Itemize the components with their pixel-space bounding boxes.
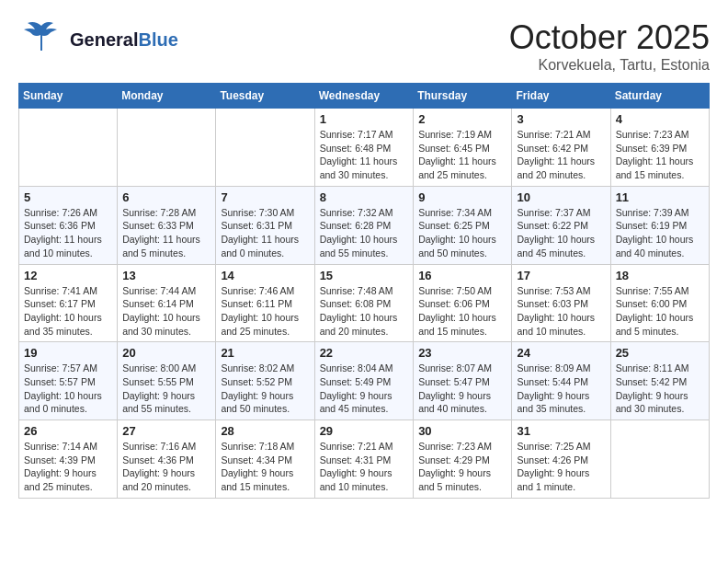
- day-number: 2: [418, 112, 506, 126]
- day-info: Sunrise: 7:26 AM Sunset: 6:36 PM Dayligh…: [24, 206, 112, 260]
- calendar-cell: 31Sunrise: 7:25 AM Sunset: 4:26 PM Dayli…: [512, 420, 610, 499]
- day-number: 24: [517, 346, 605, 360]
- day-info: Sunrise: 7:44 AM Sunset: 6:14 PM Dayligh…: [122, 284, 210, 339]
- calendar-cell: 13Sunrise: 7:44 AM Sunset: 6:14 PM Dayli…: [118, 264, 216, 342]
- weekday-header: Tuesday: [216, 84, 314, 109]
- calendar-cell: 11Sunrise: 7:39 AM Sunset: 6:19 PM Dayli…: [610, 186, 709, 264]
- day-info: Sunrise: 7:39 AM Sunset: 6:19 PM Dayligh…: [616, 206, 704, 260]
- logo-icon: [18, 18, 64, 60]
- day-number: 13: [122, 269, 210, 282]
- calendar-cell: 25Sunrise: 8:11 AM Sunset: 5:42 PM Dayli…: [610, 342, 709, 420]
- day-info: Sunrise: 8:11 AM Sunset: 5:42 PM Dayligh…: [616, 362, 704, 416]
- day-number: 4: [616, 112, 704, 126]
- calendar-cell: 15Sunrise: 7:48 AM Sunset: 6:08 PM Dayli…: [314, 264, 414, 342]
- weekday-header: Wednesday: [314, 84, 414, 109]
- day-info: Sunrise: 8:09 AM Sunset: 5:44 PM Dayligh…: [517, 362, 605, 416]
- calendar-cell: [610, 420, 709, 499]
- calendar-cell: 5Sunrise: 7:26 AM Sunset: 6:36 PM Daylig…: [19, 186, 118, 264]
- day-info: Sunrise: 7:23 AM Sunset: 6:39 PM Dayligh…: [616, 128, 704, 182]
- day-info: Sunrise: 7:50 AM Sunset: 6:06 PM Dayligh…: [418, 284, 506, 339]
- calendar-cell: 18Sunrise: 7:55 AM Sunset: 6:00 PM Dayli…: [610, 264, 709, 342]
- day-number: 11: [616, 190, 704, 204]
- calendar-cell: 14Sunrise: 7:46 AM Sunset: 6:11 PM Dayli…: [216, 264, 314, 342]
- day-number: 5: [24, 190, 112, 204]
- calendar-cell: 1Sunrise: 7:17 AM Sunset: 6:48 PM Daylig…: [314, 109, 414, 187]
- day-info: Sunrise: 7:18 AM Sunset: 4:34 PM Dayligh…: [221, 440, 309, 494]
- day-number: 14: [221, 269, 309, 282]
- day-info: Sunrise: 7:14 AM Sunset: 4:39 PM Dayligh…: [24, 440, 112, 494]
- calendar-cell: 26Sunrise: 7:14 AM Sunset: 4:39 PM Dayli…: [19, 420, 118, 499]
- weekday-header: Thursday: [414, 84, 512, 109]
- month-title: October 2025: [509, 18, 710, 57]
- day-info: Sunrise: 7:21 AM Sunset: 6:42 PM Dayligh…: [517, 128, 605, 182]
- day-number: 12: [24, 269, 112, 282]
- day-info: Sunrise: 7:37 AM Sunset: 6:22 PM Dayligh…: [517, 206, 605, 260]
- day-number: 15: [320, 269, 409, 282]
- weekday-header: Monday: [118, 84, 216, 109]
- day-info: Sunrise: 8:04 AM Sunset: 5:49 PM Dayligh…: [320, 362, 409, 416]
- weekday-header: Saturday: [610, 84, 709, 109]
- day-number: 9: [418, 190, 506, 204]
- day-number: 10: [517, 190, 605, 204]
- day-number: 30: [418, 424, 506, 438]
- day-number: 1: [320, 112, 409, 126]
- calendar-cell: 19Sunrise: 7:57 AM Sunset: 5:57 PM Dayli…: [19, 342, 118, 420]
- day-number: 16: [418, 269, 506, 282]
- calendar-cell: 21Sunrise: 8:02 AM Sunset: 5:52 PM Dayli…: [216, 342, 314, 420]
- day-number: 27: [122, 424, 210, 438]
- day-number: 7: [221, 190, 309, 204]
- day-info: Sunrise: 7:30 AM Sunset: 6:31 PM Dayligh…: [221, 206, 309, 260]
- calendar-cell: 4Sunrise: 7:23 AM Sunset: 6:39 PM Daylig…: [610, 109, 709, 187]
- location: Korvekuela, Tartu, Estonia: [509, 57, 710, 74]
- day-info: Sunrise: 7:19 AM Sunset: 6:45 PM Dayligh…: [418, 128, 506, 182]
- day-info: Sunrise: 7:53 AM Sunset: 6:03 PM Dayligh…: [517, 284, 605, 339]
- day-number: 6: [122, 190, 210, 204]
- day-info: Sunrise: 7:28 AM Sunset: 6:33 PM Dayligh…: [122, 206, 210, 260]
- calendar-cell: [118, 109, 216, 187]
- calendar-cell: 24Sunrise: 8:09 AM Sunset: 5:44 PM Dayli…: [512, 342, 610, 420]
- day-info: Sunrise: 7:46 AM Sunset: 6:11 PM Dayligh…: [221, 284, 309, 339]
- calendar-cell: 8Sunrise: 7:32 AM Sunset: 6:28 PM Daylig…: [314, 186, 414, 264]
- day-info: Sunrise: 8:00 AM Sunset: 5:55 PM Dayligh…: [122, 362, 210, 416]
- calendar-cell: 22Sunrise: 8:04 AM Sunset: 5:49 PM Dayli…: [314, 342, 414, 420]
- calendar-cell: 2Sunrise: 7:19 AM Sunset: 6:45 PM Daylig…: [414, 109, 512, 187]
- calendar-cell: 7Sunrise: 7:30 AM Sunset: 6:31 PM Daylig…: [216, 186, 314, 264]
- day-number: 29: [320, 424, 409, 438]
- day-info: Sunrise: 8:07 AM Sunset: 5:47 PM Dayligh…: [418, 362, 506, 416]
- calendar: SundayMondayTuesdayWednesdayThursdayFrid…: [18, 83, 710, 499]
- day-info: Sunrise: 7:48 AM Sunset: 6:08 PM Dayligh…: [320, 284, 409, 339]
- calendar-cell: 23Sunrise: 8:07 AM Sunset: 5:47 PM Dayli…: [414, 342, 512, 420]
- day-info: Sunrise: 7:32 AM Sunset: 6:28 PM Dayligh…: [320, 206, 409, 260]
- day-number: 23: [418, 346, 506, 360]
- page-header: GeneralBlue October 2025 Korvekuela, Tar…: [18, 18, 710, 74]
- day-number: 20: [122, 346, 210, 360]
- day-info: Sunrise: 7:21 AM Sunset: 4:31 PM Dayligh…: [320, 440, 409, 494]
- calendar-cell: 10Sunrise: 7:37 AM Sunset: 6:22 PM Dayli…: [512, 186, 610, 264]
- calendar-cell: [19, 109, 118, 187]
- weekday-header: Sunday: [19, 84, 118, 109]
- day-info: Sunrise: 7:25 AM Sunset: 4:26 PM Dayligh…: [517, 440, 605, 494]
- calendar-cell: 6Sunrise: 7:28 AM Sunset: 6:33 PM Daylig…: [118, 186, 216, 264]
- logo-text-block: GeneralBlue: [70, 29, 178, 50]
- calendar-cell: 17Sunrise: 7:53 AM Sunset: 6:03 PM Dayli…: [512, 264, 610, 342]
- day-info: Sunrise: 7:55 AM Sunset: 6:00 PM Dayligh…: [616, 284, 704, 339]
- day-number: 31: [517, 424, 605, 438]
- day-number: 25: [616, 346, 704, 360]
- logo: GeneralBlue: [18, 18, 178, 60]
- logo-blue: Blue: [138, 29, 177, 50]
- day-info: Sunrise: 7:17 AM Sunset: 6:48 PM Dayligh…: [320, 128, 409, 182]
- day-info: Sunrise: 7:34 AM Sunset: 6:25 PM Dayligh…: [418, 206, 506, 260]
- weekday-header: Friday: [512, 84, 610, 109]
- day-number: 8: [320, 190, 409, 204]
- day-info: Sunrise: 8:02 AM Sunset: 5:52 PM Dayligh…: [221, 362, 309, 416]
- day-number: 28: [221, 424, 309, 438]
- calendar-cell: 30Sunrise: 7:23 AM Sunset: 4:29 PM Dayli…: [414, 420, 512, 499]
- calendar-cell: 3Sunrise: 7:21 AM Sunset: 6:42 PM Daylig…: [512, 109, 610, 187]
- calendar-cell: 28Sunrise: 7:18 AM Sunset: 4:34 PM Dayli…: [216, 420, 314, 499]
- day-number: 19: [24, 346, 112, 360]
- day-info: Sunrise: 7:57 AM Sunset: 5:57 PM Dayligh…: [24, 362, 112, 416]
- calendar-cell: 9Sunrise: 7:34 AM Sunset: 6:25 PM Daylig…: [414, 186, 512, 264]
- day-number: 21: [221, 346, 309, 360]
- calendar-cell: [216, 109, 314, 187]
- day-number: 18: [616, 269, 704, 282]
